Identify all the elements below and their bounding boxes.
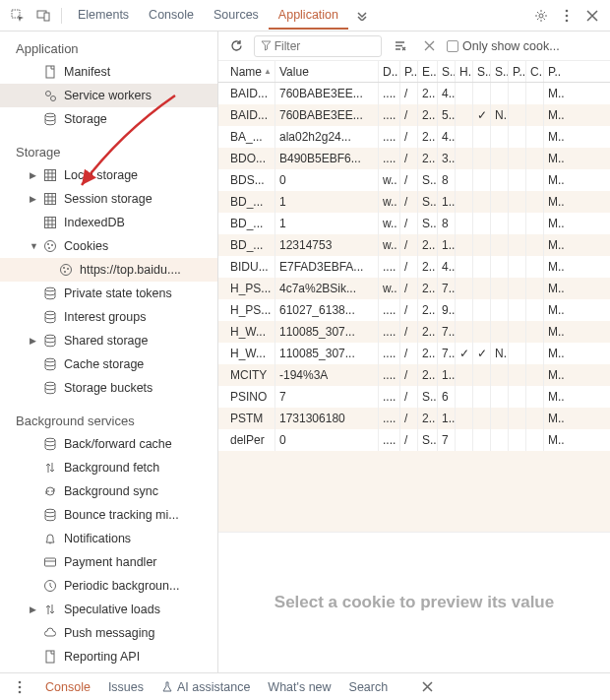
cell-d: .... <box>379 148 400 169</box>
only-show-cookies-checkbox[interactable]: Only show cook... <box>447 39 604 53</box>
table-row[interactable]: BIDU...E7FAD3EBFA......./2..4..M.. <box>218 256 610 278</box>
table-row[interactable]: H_W...110085_307......./2..7..✓✓N..M.. <box>218 343 610 364</box>
sidebar-item[interactable]: ▼Cookies <box>0 234 217 258</box>
cell-h <box>456 83 473 104</box>
sidebar-item[interactable]: ▶Notifications <box>0 527 217 550</box>
col-header[interactable]: Name <box>218 61 275 82</box>
table-row[interactable]: BA_...ala02h2g24......./2..4..M.. <box>218 126 610 148</box>
inspect-icon[interactable] <box>6 4 30 28</box>
sidebar-item[interactable]: ▶Storage <box>0 107 217 131</box>
drawer-tab-ai-assistance[interactable]: AI assistance <box>161 680 250 694</box>
table-row[interactable]: PSTM1731306180..../2..1..M.. <box>218 408 610 429</box>
expand-icon[interactable]: ▶ <box>30 336 39 346</box>
table-row[interactable]: H_PS...61027_6138......./2..9..M.. <box>218 299 610 321</box>
table-row[interactable]: MCITY-194%3A..../2..1..M.. <box>218 364 610 386</box>
sidebar-item[interactable]: ▶Push messaging <box>0 621 217 645</box>
sidebar-item[interactable]: ▶Periodic backgroun... <box>0 574 217 598</box>
col-header[interactable]: P.. <box>509 61 526 82</box>
filter-input[interactable] <box>274 39 375 53</box>
more-tabs-icon[interactable] <box>350 4 374 28</box>
table-row[interactable]: delPer0..../S..7M.. <box>218 429 610 451</box>
col-header[interactable]: S.. <box>473 61 491 82</box>
table-row[interactable]: BDO...B490B5EBF6......./2..3..M.. <box>218 148 610 169</box>
sidebar-item[interactable]: ▶Service workers <box>0 84 217 107</box>
cell-d: w.. <box>379 234 400 256</box>
sidebar-item[interactable]: ▶Manifest <box>0 60 217 84</box>
table-row[interactable]: H_W...110085_307......./2..7..M.. <box>218 321 610 343</box>
table-row[interactable]: BDS...0w../S..8M.. <box>218 169 610 191</box>
app-sidebar[interactable]: Application ▶Manifest▶Service workers▶St… <box>0 32 218 672</box>
expand-icon[interactable]: ▶ <box>30 194 39 204</box>
cell-pk <box>509 83 526 104</box>
col-header[interactable]: D.. <box>379 61 400 82</box>
sidebar-item[interactable]: ▶https://top.baidu.... <box>0 258 217 282</box>
cell-sc <box>491 299 509 321</box>
sidebar-item[interactable]: ▶Interest groups <box>0 305 217 329</box>
expand-icon[interactable]: ▶ <box>30 605 39 614</box>
table-row[interactable]: H_PS...4c7a%2BSik...w../2..7..M.. <box>218 278 610 299</box>
cell-sc: N.. <box>491 343 509 364</box>
table-row[interactable]: BD_...1w../S..1..M.. <box>218 191 610 213</box>
clear-filter-icon[interactable] <box>388 34 411 58</box>
col-header[interactable]: Value <box>275 61 379 82</box>
sidebar-item[interactable]: ▶Bounce tracking mi... <box>0 503 217 527</box>
sidebar-item[interactable]: ▶Speculative loads <box>0 598 217 621</box>
sidebar-item[interactable]: ▶Background fetch <box>0 456 217 479</box>
table-row[interactable]: BD_...1w../S..8M.. <box>218 213 610 234</box>
table-row[interactable]: PSINO7..../S..6M.. <box>218 386 610 408</box>
menu-icon[interactable] <box>555 4 579 28</box>
close-icon[interactable] <box>580 4 604 28</box>
col-header[interactable]: C.. <box>526 61 544 82</box>
table-row[interactable]: BAID...760BABE3EE......./2..4..M.. <box>218 83 610 104</box>
tab-console[interactable]: Console <box>139 2 204 30</box>
drawer-tab-search[interactable]: Search <box>349 680 389 694</box>
drawer-close-icon[interactable] <box>415 675 439 699</box>
col-header[interactable]: E.. <box>418 61 438 82</box>
cell-e: S.. <box>418 191 438 213</box>
cell-e: S.. <box>418 386 438 408</box>
col-header[interactable]: H.. <box>456 61 473 82</box>
filter-input-wrap[interactable] <box>254 35 382 57</box>
col-header[interactable]: P.. <box>544 61 568 82</box>
tab-elements[interactable]: Elements <box>68 2 139 30</box>
cookies-table[interactable]: NameValueD..P..E..S..H..S..S..P..C..P.. … <box>218 61 610 451</box>
expand-icon[interactable]: ▶ <box>30 170 39 180</box>
sidebar-item[interactable]: ▶IndexedDB <box>0 211 217 234</box>
tab-sources[interactable]: Sources <box>204 2 269 30</box>
sidebar-item[interactable]: ▶Storage buckets <box>0 376 217 400</box>
sidebar-item[interactable]: ▶Background sync <box>0 479 217 503</box>
cell-d: .... <box>379 429 400 451</box>
cell-name: H_W... <box>218 343 275 364</box>
table-row[interactable]: BAID...760BABE3EE......./2..5..✓N..M.. <box>218 104 610 126</box>
cell-pk <box>509 191 526 213</box>
table-row[interactable]: BD_...12314753w../2..1..M.. <box>218 234 610 256</box>
cell-s: 3.. <box>438 148 456 169</box>
col-header[interactable]: S.. <box>438 61 456 82</box>
col-header[interactable]: P.. <box>400 61 418 82</box>
settings-icon[interactable] <box>529 4 553 28</box>
cell-cr <box>526 126 544 148</box>
drawer-tab-console[interactable]: Console <box>45 680 91 694</box>
drawer-tab-what's-new[interactable]: What's new <box>268 680 331 694</box>
cell-sc <box>491 148 509 169</box>
tab-application[interactable]: Application <box>269 2 348 30</box>
sidebar-item[interactable]: ▶Shared storage <box>0 329 217 352</box>
drawer-menu-icon[interactable] <box>8 675 31 699</box>
sidebar-item[interactable]: ▶Cache storage <box>0 352 217 376</box>
clear-icon[interactable] <box>417 34 441 58</box>
cell-sc <box>491 191 509 213</box>
sidebar-item[interactable]: ▶Payment handler <box>0 550 217 574</box>
drawer-tab-issues[interactable]: Issues <box>108 680 144 694</box>
sidebar-item[interactable]: ▶Back/forward cache <box>0 432 217 456</box>
expand-icon[interactable]: ▼ <box>30 241 39 251</box>
cell-value: 7 <box>275 386 379 408</box>
sidebar-item[interactable]: ▶Reporting API <box>0 645 217 668</box>
sidebar-item[interactable]: ▶Private state tokens <box>0 282 217 305</box>
refresh-icon[interactable] <box>224 34 248 58</box>
cell-value: 1 <box>275 191 379 213</box>
col-header[interactable]: S.. <box>491 61 509 82</box>
sidebar-item[interactable]: ▶Session storage <box>0 187 217 211</box>
sidebar-item[interactable]: ▶Local storage <box>0 163 217 187</box>
cell-s: 7.. <box>438 321 456 343</box>
device-icon[interactable] <box>31 4 55 28</box>
